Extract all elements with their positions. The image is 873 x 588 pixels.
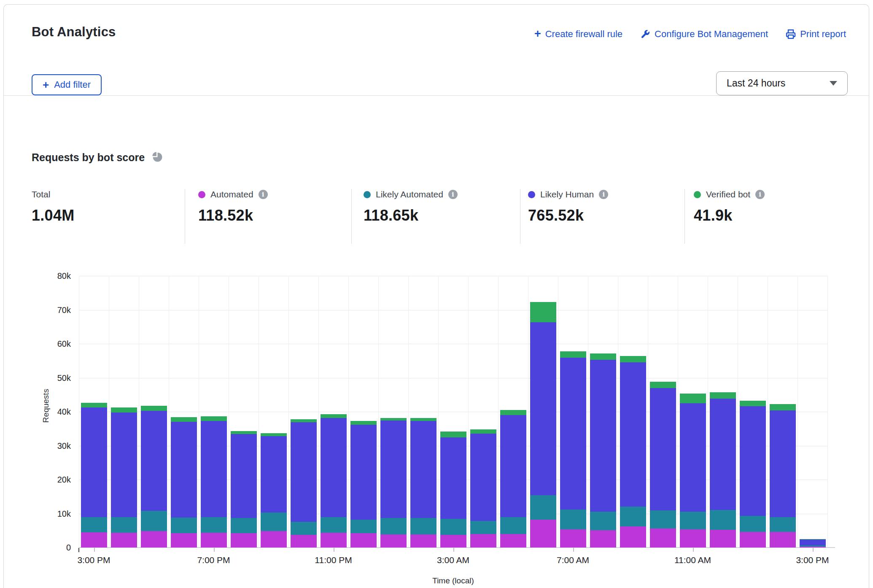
bar-segment-verified_bot[interactable] — [680, 394, 706, 403]
time-range-select[interactable]: Last 24 hours — [716, 71, 848, 95]
bar-segment-automated[interactable] — [171, 533, 197, 548]
bar-segment-automated[interactable] — [291, 535, 317, 548]
bar-segment-likely_automated[interactable] — [410, 518, 436, 534]
bar-segment-verified_bot[interactable] — [261, 433, 287, 436]
bar[interactable] — [231, 431, 257, 548]
bar-segment-verified_bot[interactable] — [590, 353, 616, 360]
bar-segment-likely_automated[interactable] — [291, 522, 317, 535]
bar-segment-likely_automated[interactable] — [770, 517, 796, 532]
bar-segment-automated[interactable] — [321, 533, 347, 548]
bar-segment-verified_bot[interactable] — [560, 351, 586, 358]
bar-segment-likely_automated[interactable] — [680, 512, 706, 530]
bar-segment-automated[interactable] — [590, 530, 616, 548]
bar-segment-likely_human[interactable] — [800, 539, 826, 545]
bar-segment-likely_human[interactable] — [201, 421, 227, 517]
bar[interactable] — [291, 419, 317, 548]
bar[interactable] — [171, 417, 197, 548]
bar-segment-likely_automated[interactable] — [231, 518, 257, 533]
bar-segment-likely_automated[interactable] — [530, 495, 556, 520]
bar-segment-verified_bot[interactable] — [111, 407, 137, 412]
bar-segment-automated[interactable] — [201, 533, 227, 548]
bar-segment-verified_bot[interactable] — [141, 406, 167, 411]
bar-segment-automated[interactable] — [560, 529, 586, 548]
bar-segment-automated[interactable] — [380, 534, 407, 548]
bar-segment-likely_human[interactable] — [590, 360, 616, 512]
bar-segment-automated[interactable] — [800, 547, 826, 548]
bar-segment-likely_human[interactable] — [440, 437, 466, 518]
bar[interactable] — [470, 429, 496, 548]
bar[interactable] — [81, 403, 107, 548]
bar-segment-automated[interactable] — [530, 520, 556, 548]
bar[interactable] — [560, 351, 586, 548]
bar-segment-automated[interactable] — [770, 532, 796, 548]
bar[interactable] — [620, 356, 646, 548]
bar[interactable] — [201, 416, 227, 548]
bar-segment-likely_automated[interactable] — [111, 517, 137, 533]
bar-segment-likely_human[interactable] — [710, 399, 736, 510]
bar-segment-likely_human[interactable] — [350, 425, 377, 520]
bar[interactable] — [650, 382, 676, 548]
info-icon[interactable]: i — [599, 190, 608, 199]
bar-segment-likely_automated[interactable] — [740, 516, 766, 532]
bar-segment-likely_human[interactable] — [171, 422, 197, 518]
bar[interactable] — [590, 353, 616, 548]
bar-segment-verified_bot[interactable] — [291, 419, 317, 422]
bar-segment-likely_automated[interactable] — [261, 512, 287, 531]
bar[interactable] — [141, 406, 167, 548]
bar-segment-verified_bot[interactable] — [231, 431, 257, 434]
bar[interactable] — [770, 404, 796, 548]
bar-segment-verified_bot[interactable] — [620, 356, 646, 362]
bar-segment-likely_automated[interactable] — [620, 507, 646, 526]
bar-segment-verified_bot[interactable] — [440, 432, 466, 437]
bar-segment-likely_automated[interactable] — [350, 520, 377, 533]
bar-segment-verified_bot[interactable] — [350, 421, 377, 425]
bar-segment-automated[interactable] — [650, 529, 676, 548]
bar-segment-likely_automated[interactable] — [171, 518, 197, 533]
bar[interactable] — [350, 421, 377, 548]
info-icon[interactable]: i — [259, 190, 268, 199]
bar-segment-likely_human[interactable] — [380, 421, 407, 518]
bar-segment-likely_automated[interactable] — [710, 510, 736, 530]
bar[interactable] — [111, 407, 137, 548]
bar[interactable] — [710, 392, 736, 548]
bar-segment-likely_human[interactable] — [560, 358, 586, 510]
bar-segment-likely_human[interactable] — [770, 410, 796, 517]
bar-segment-verified_bot[interactable] — [770, 404, 796, 410]
bar[interactable] — [530, 302, 556, 548]
bar-segment-likely_human[interactable] — [111, 413, 137, 517]
bar-segment-verified_bot[interactable] — [710, 392, 736, 399]
bar-segment-verified_bot[interactable] — [171, 417, 197, 422]
bar[interactable] — [500, 410, 526, 548]
bar-segment-likely_automated[interactable] — [321, 517, 347, 533]
bar-segment-automated[interactable] — [620, 526, 646, 548]
info-icon[interactable]: i — [755, 190, 765, 199]
bar[interactable] — [440, 432, 466, 548]
bar-segment-verified_bot[interactable] — [740, 401, 766, 406]
bar-segment-likely_automated[interactable] — [500, 517, 526, 534]
bar-segment-automated[interactable] — [680, 529, 706, 548]
bar[interactable] — [800, 539, 826, 548]
bar-segment-likely_human[interactable] — [500, 415, 526, 517]
bar-segment-likely_automated[interactable] — [650, 510, 676, 529]
bar-segment-likely_human[interactable] — [321, 418, 347, 517]
bar-segment-automated[interactable] — [231, 533, 257, 548]
bar-segment-likely_automated[interactable] — [141, 511, 167, 531]
bar-segment-likely_automated[interactable] — [590, 512, 616, 530]
bar-segment-likely_automated[interactable] — [470, 521, 496, 534]
bar-segment-automated[interactable] — [350, 533, 377, 548]
bar-segment-automated[interactable] — [81, 532, 107, 548]
bar-segment-automated[interactable] — [261, 531, 287, 548]
bar-segment-likely_human[interactable] — [680, 403, 706, 512]
bar[interactable] — [410, 418, 436, 548]
bar-segment-automated[interactable] — [440, 535, 466, 548]
bar-segment-verified_bot[interactable] — [500, 410, 526, 415]
bar[interactable] — [261, 433, 287, 548]
bar-segment-automated[interactable] — [470, 534, 496, 548]
bar-segment-likely_automated[interactable] — [380, 518, 407, 534]
bar-segment-likely_human[interactable] — [141, 411, 167, 511]
bar-segment-automated[interactable] — [740, 532, 766, 548]
bar-segment-likely_human[interactable] — [650, 388, 676, 511]
info-icon[interactable]: i — [448, 190, 458, 199]
bar-segment-verified_bot[interactable] — [470, 429, 496, 434]
bar-segment-automated[interactable] — [111, 533, 137, 548]
